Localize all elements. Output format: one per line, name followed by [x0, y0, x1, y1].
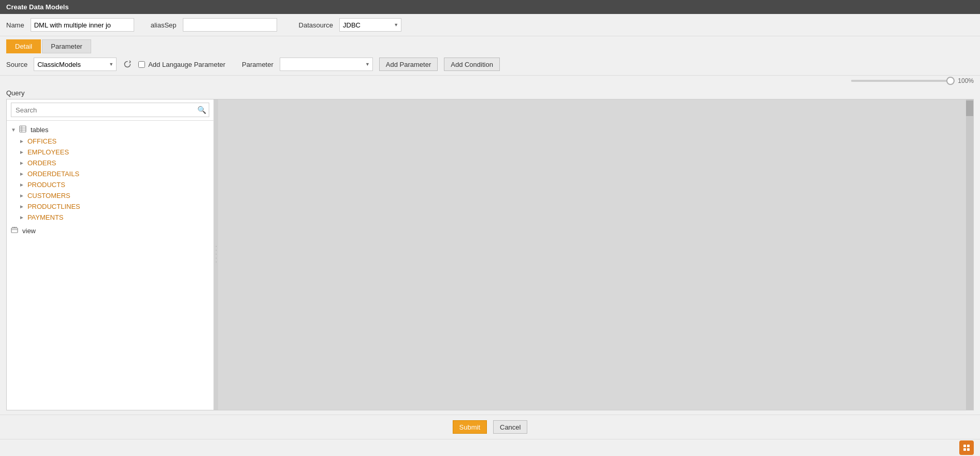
search-icon: 🔍: [197, 106, 206, 114]
zoom-handle[interactable]: [946, 77, 955, 85]
source-label: Source: [6, 61, 27, 68]
add-language-checkbox[interactable]: [138, 61, 145, 68]
name-input[interactable]: [31, 18, 134, 32]
main-dialog: Name aliasSep Datasource JDBC REST File …: [0, 14, 980, 456]
title-bar: Create Data Models: [0, 0, 980, 14]
tree-item-view[interactable]: view: [7, 225, 213, 237]
query-section: Query 🔍 ▼: [0, 86, 980, 415]
chevron-right-icon: ►: [19, 171, 24, 177]
add-condition-button[interactable]: Add Condition: [444, 58, 500, 71]
datasource-select-wrap: JDBC REST File: [339, 18, 401, 32]
query-label: Query: [6, 86, 974, 99]
svg-rect-0: [20, 126, 26, 132]
drag-handle[interactable]: · · · · ·: [214, 99, 218, 410]
svg-rect-12: [967, 448, 970, 451]
footer: [0, 439, 980, 456]
svg-point-8: [16, 227, 17, 228]
add-language-label: Add Langauge Parameter: [138, 61, 225, 68]
tree-item-orders[interactable]: ► ORDERS: [7, 158, 213, 168]
tables-label: tables: [31, 126, 49, 134]
chevron-right-icon: ►: [19, 149, 24, 155]
chevron-right-icon: ►: [19, 215, 24, 220]
chevron-right-icon: ►: [19, 204, 24, 209]
refresh-icon[interactable]: [123, 60, 132, 69]
scrollbar-thumb[interactable]: [966, 101, 973, 116]
svg-rect-11: [963, 448, 966, 451]
toolbar-row: Source ClassicModels Add Langauge Parame…: [0, 53, 980, 76]
tree-item-customers[interactable]: ► CUSTOMERS: [7, 190, 213, 201]
search-input[interactable]: [11, 103, 209, 117]
search-box: 🔍: [7, 99, 213, 121]
svg-rect-9: [963, 445, 966, 447]
chevron-right-icon: ►: [19, 182, 24, 188]
submit-button[interactable]: Submit: [453, 420, 487, 434]
table-grid-icon: [19, 125, 26, 134]
view-label: view: [22, 227, 36, 235]
datasource-select[interactable]: JDBC REST File: [339, 18, 401, 32]
tree-panel: 🔍 ▼ tables: [7, 99, 214, 410]
tree-item-productlines[interactable]: ► PRODUCTLINES: [7, 201, 213, 212]
source-select[interactable]: ClassicModels: [34, 58, 117, 71]
tree-item-tables[interactable]: ▼ tables: [7, 124, 213, 136]
tabs-container: Detail Parameter: [0, 36, 980, 53]
bottom-button-row: Submit Cancel: [0, 415, 980, 439]
footer-app-icon: [959, 440, 974, 455]
dialog-title: Create Data Models: [6, 3, 69, 11]
svg-point-7: [14, 227, 15, 228]
zoom-area: 100%: [0, 76, 980, 86]
tab-detail[interactable]: Detail: [6, 39, 41, 53]
query-body: 🔍 ▼ tables: [6, 99, 974, 410]
source-select-wrap: ClassicModels: [34, 58, 117, 71]
name-label: Name: [6, 21, 24, 29]
chevron-right-icon: ►: [19, 160, 24, 166]
zoom-value: 100%: [958, 77, 974, 84]
query-editor[interactable]: [218, 99, 973, 410]
svg-point-6: [12, 227, 13, 228]
datasource-label: Datasource: [299, 21, 333, 29]
view-icon: [11, 226, 18, 235]
form-row: Name aliasSep Datasource JDBC REST File: [0, 14, 980, 36]
tree-item-employees[interactable]: ► EMPLOYEES: [7, 147, 213, 158]
tab-parameter[interactable]: Parameter: [42, 39, 91, 53]
chevron-right-icon: ►: [19, 193, 24, 198]
cancel-button[interactable]: Cancel: [493, 420, 527, 434]
parameter-select[interactable]: [280, 58, 373, 71]
tree-item-payments[interactable]: ► PAYMENTS: [7, 212, 213, 223]
tree-item-products[interactable]: ► PRODUCTS: [7, 179, 213, 190]
alias-sep-input[interactable]: [183, 18, 277, 32]
svg-rect-4: [11, 228, 18, 233]
tree-item-orderdetails[interactable]: ► ORDERDETAILS: [7, 168, 213, 179]
add-parameter-button[interactable]: Add Parameter: [379, 58, 438, 71]
tree-content: ▼ tables ►: [7, 121, 213, 410]
scrollbar[interactable]: [966, 99, 973, 410]
alias-sep-label: aliasSep: [151, 21, 177, 29]
param-select-wrap: [280, 58, 373, 71]
chevron-right-icon: ►: [19, 138, 24, 144]
svg-rect-10: [967, 445, 970, 447]
parameter-label: Parameter: [242, 61, 273, 68]
tree-item-offices[interactable]: ► OFFICES: [7, 136, 213, 147]
zoom-track: [851, 80, 955, 82]
chevron-down-icon: ▼: [11, 127, 16, 133]
